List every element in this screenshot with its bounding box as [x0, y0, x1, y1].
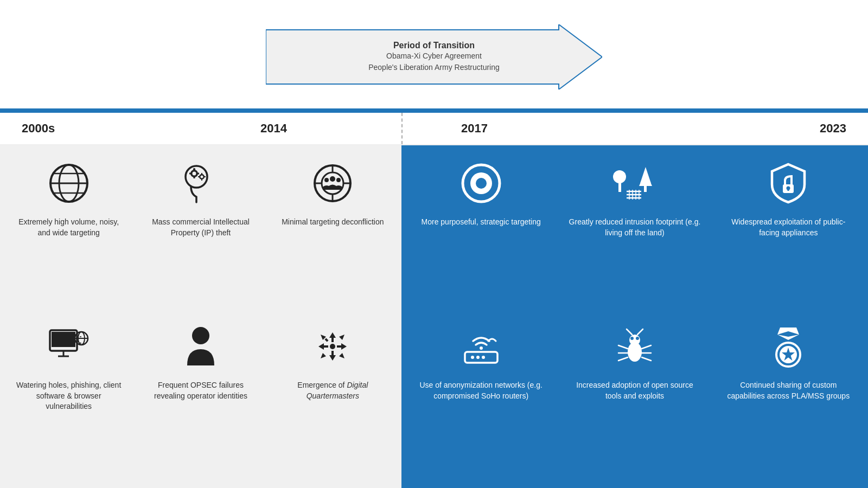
router-icon — [459, 325, 503, 374]
cell-monitor: Watering holes, phishing, client softwar… — [5, 319, 132, 477]
svg-marker-43 — [329, 355, 336, 361]
svg-rect-71 — [788, 188, 789, 191]
main-content: Extremely high volume, noisy, and wide t… — [0, 145, 868, 488]
svg-marker-89 — [777, 328, 799, 335]
arrow-line2: People's Liberation Army Restructuring — [368, 63, 500, 72]
svg-point-56 — [476, 178, 487, 189]
cell-crosshair-text: Minimal targeting deconfliction — [282, 217, 384, 228]
cell-person-text: Frequent OPSEC failures revealing operat… — [145, 380, 256, 401]
svg-point-72 — [480, 346, 483, 350]
field-icon — [613, 162, 656, 210]
right-panel: More purposeful, strategic targeting — [401, 145, 868, 488]
bug-icon — [613, 325, 656, 374]
cell-arrows: Emergence of Digital Quartermasters — [270, 319, 396, 477]
monitor-icon — [47, 325, 91, 374]
cell-monitor-text: Watering holes, phishing, client softwar… — [14, 380, 124, 412]
svg-rect-19 — [198, 176, 200, 177]
svg-line-83 — [618, 345, 628, 349]
transition-arrow: Period of Transition Obama-Xi Cyber Agre… — [266, 24, 602, 89]
cell-person: Frequent OPSEC failures revealing operat… — [137, 319, 264, 477]
svg-marker-90 — [777, 335, 799, 340]
svg-point-27 — [330, 176, 335, 182]
year-labels: 2000s 2014 2017 2023 — [0, 113, 868, 145]
svg-point-22 — [322, 172, 343, 194]
timeline-separator — [401, 113, 403, 144]
svg-rect-48 — [337, 345, 341, 348]
svg-point-74 — [471, 356, 474, 359]
year-2023: 2023 — [820, 121, 846, 135]
svg-point-78 — [629, 335, 640, 345]
svg-point-80 — [636, 337, 639, 340]
svg-marker-51 — [339, 335, 344, 340]
arrow-line1: Obama-Xi Cyber Agreement — [386, 52, 482, 60]
cell-shield: Widespread exploitation of public-facing… — [714, 156, 863, 314]
svg-line-85 — [618, 357, 628, 361]
svg-rect-20 — [204, 176, 206, 177]
arrow-title: Period of Transition — [326, 41, 542, 50]
svg-point-29 — [336, 178, 341, 182]
cell-globe: Extremely high volume, noisy, and wide t… — [5, 156, 132, 314]
shield-lock-icon — [767, 162, 810, 210]
cell-router: Use of anonymization networks (e.g. comp… — [407, 319, 555, 477]
cell-target-text: More purposeful, strategic targeting — [422, 217, 541, 228]
cell-arrows-text: Emergence of Digital Quartermasters — [278, 380, 388, 401]
cell-crosshair: Minimal targeting deconfliction — [270, 156, 396, 314]
cell-medal-text: Continued sharing of custom capabilities… — [723, 380, 854, 401]
cell-router-text: Use of anonymization networks (e.g. comp… — [415, 380, 547, 401]
medal-icon — [767, 325, 810, 374]
cell-globe-text: Extremely high volume, noisy, and wide t… — [14, 217, 124, 238]
svg-point-58 — [613, 170, 626, 183]
cell-target: More purposeful, strategic targeting — [407, 156, 555, 314]
cell-brain: Mass commercial Intellectual Property (I… — [137, 156, 264, 314]
arrows-icon — [311, 325, 354, 374]
cell-field: Greatly reduced intrusion footprint (e.g… — [560, 156, 709, 314]
brain-icon — [179, 162, 222, 210]
cell-bug-text: Increased adoption of open source tools … — [569, 380, 700, 401]
arrow-text-block: Period of Transition Obama-Xi Cyber Agre… — [326, 41, 542, 73]
svg-line-86 — [642, 345, 651, 349]
svg-rect-46 — [324, 345, 328, 348]
cell-brain-text: Mass commercial Intellectual Property (I… — [145, 217, 256, 238]
page: Period of Transition Obama-Xi Cyber Agre… — [0, 0, 868, 488]
svg-marker-47 — [341, 343, 347, 350]
svg-point-76 — [482, 356, 485, 359]
svg-point-75 — [476, 356, 480, 359]
cell-medal: Continued sharing of custom capabilities… — [714, 319, 863, 477]
svg-marker-45 — [318, 343, 324, 350]
crosshair-icon — [311, 162, 354, 210]
svg-point-28 — [324, 178, 329, 182]
year-2000s: 2000s — [22, 121, 55, 135]
year-2017: 2017 — [461, 121, 488, 135]
globe-icon — [47, 162, 91, 210]
top-section: Period of Transition Obama-Xi Cyber Agre… — [0, 0, 868, 108]
svg-rect-10 — [193, 176, 195, 178]
svg-rect-57 — [618, 182, 621, 192]
svg-rect-17 — [201, 173, 202, 175]
svg-marker-61 — [639, 171, 652, 186]
svg-rect-42 — [331, 338, 334, 342]
timeline-bar — [0, 108, 868, 113]
left-panel: Extremely high volume, noisy, and wide t… — [0, 145, 401, 488]
target-icon — [459, 162, 503, 210]
svg-rect-50 — [325, 338, 329, 342]
svg-point-40 — [330, 344, 335, 349]
svg-line-88 — [642, 357, 651, 361]
cell-field-text: Greatly reduced intrusion footprint (e.g… — [569, 217, 700, 238]
svg-marker-52 — [321, 353, 326, 358]
svg-point-39 — [192, 327, 209, 344]
svg-rect-18 — [201, 179, 202, 181]
svg-rect-44 — [331, 351, 334, 355]
svg-rect-11 — [189, 173, 192, 175]
svg-point-8 — [192, 172, 196, 176]
svg-marker-53 — [339, 353, 344, 358]
year-2014: 2014 — [260, 121, 287, 135]
svg-marker-41 — [329, 332, 336, 338]
person-icon — [179, 325, 222, 374]
svg-rect-12 — [197, 173, 199, 175]
svg-rect-31 — [52, 332, 75, 347]
arrow-subtitle: Obama-Xi Cyber Agreement People's Libera… — [326, 50, 542, 73]
cell-shield-text: Widespread exploitation of public-facing… — [723, 217, 854, 238]
cell-bug: Increased adoption of open source tools … — [560, 319, 709, 477]
svg-point-16 — [200, 176, 203, 178]
svg-point-79 — [630, 337, 634, 340]
